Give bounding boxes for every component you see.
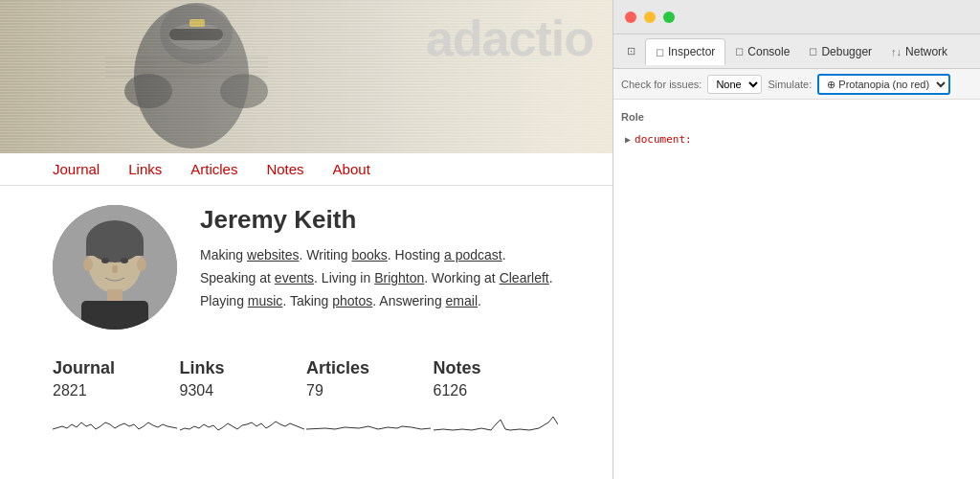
stat-articles-sparkline (306, 405, 431, 434)
nav-notes[interactable]: Notes (266, 161, 303, 177)
devtools-tabs: ⊡ ◻ Inspector ◻ Console ◻ Debugger ↑↓ Ne… (613, 34, 980, 69)
stat-notes-label: Notes (434, 358, 561, 378)
bio-text-4: . (502, 247, 506, 262)
simulate-select[interactable]: ⊕ Protanopia (no red) (817, 74, 950, 95)
nav-articles[interactable]: Articles (190, 161, 237, 177)
tab-console[interactable]: ◻ Console (725, 39, 799, 64)
bio-text-1: Making (200, 247, 247, 262)
website-area: adactio Journal Links Articles Notes Abo… (0, 0, 612, 479)
tab-inspector[interactable]: ◻ Inspector (645, 38, 725, 65)
bio-link-websites[interactable]: websites (247, 247, 299, 262)
tab-debugger-label: Debugger (821, 45, 872, 58)
bio-text-2: . Writing (300, 247, 352, 262)
site-header: adactio (0, 0, 612, 153)
picker-icon: ⊡ (627, 45, 635, 57)
traffic-light-maximize[interactable] (663, 11, 675, 23)
tab-inspector-label: Inspector (668, 45, 715, 58)
bio-link-brighton[interactable]: Brighton (374, 270, 424, 285)
bio-link-events[interactable]: events (275, 270, 314, 285)
stat-articles-count: 79 (306, 382, 434, 399)
bio-text-7: . Working at (424, 270, 499, 285)
bio-link-photos[interactable]: photos (332, 293, 372, 308)
tree-row-document[interactable]: ▶ document: (621, 130, 972, 148)
stat-articles: Articles 79 (306, 358, 434, 438)
nav-links[interactable]: Links (128, 161, 162, 177)
svg-rect-22 (81, 301, 148, 330)
avatar-image (53, 205, 177, 330)
profile-section: Jeremy Keith Making websites. Writing bo… (0, 186, 612, 349)
svg-point-24 (137, 258, 146, 271)
bio-link-music[interactable]: music (248, 293, 283, 308)
tree-arrow: ▶ (625, 134, 631, 145)
traffic-light-close[interactable] (625, 11, 636, 23)
bio-link-podcast[interactable]: a podcast (444, 247, 502, 262)
tab-network[interactable]: ↑↓ Network (881, 39, 957, 64)
tree-document-tag: document: (635, 133, 692, 146)
devtools-body: Role ▶ document: (613, 100, 980, 479)
stat-notes-sparkline (434, 405, 558, 434)
stat-journal-sparkline (53, 405, 177, 434)
simulate-label: Simulate: (768, 79, 812, 90)
stats-section: Journal 2821 Links 9304 Articles 79 Note… (0, 349, 612, 438)
stat-links: Links 9304 (180, 358, 307, 438)
network-icon: ↑↓ (891, 46, 902, 57)
role-label: Role (621, 107, 972, 126)
profile-content: Jeremy Keith Making websites. Writing bo… (200, 205, 560, 312)
nav-journal[interactable]: Journal (53, 161, 100, 177)
profile-name: Jeremy Keith (200, 205, 560, 235)
svg-rect-17 (86, 241, 144, 256)
tab-picker[interactable]: ⊡ (617, 39, 645, 63)
svg-point-18 (101, 258, 109, 263)
stat-articles-label: Articles (306, 358, 434, 378)
banner-image: adactio (0, 0, 612, 153)
bio-link-books[interactable]: books (351, 247, 387, 262)
bio-text-5: Speaking at (200, 270, 275, 285)
stat-notes-count: 6126 (434, 382, 561, 399)
tab-console-label: Console (747, 45, 790, 58)
profile-bio: Making websites. Writing books. Hosting … (200, 244, 560, 312)
console-icon: ◻ (735, 45, 744, 57)
stat-journal: Journal 2821 (53, 358, 180, 438)
avatar (53, 205, 177, 330)
bio-link-email[interactable]: email (446, 293, 478, 308)
devtools-panel: ⊡ ◻ Inspector ◻ Console ◻ Debugger ↑↓ Ne… (612, 0, 980, 479)
stat-links-count: 9304 (180, 382, 307, 399)
stat-links-label: Links (180, 358, 307, 378)
bio-text-6: . Living in (314, 270, 374, 285)
svg-point-20 (112, 265, 118, 273)
tab-network-label: Network (905, 45, 947, 58)
bio-text-12: . (478, 293, 481, 308)
devtools-titlebar (613, 0, 980, 34)
devtools-toolbar: Check for issues: None Simulate: ⊕ Prota… (613, 69, 980, 100)
site-title: adactio (426, 10, 593, 67)
stat-journal-count: 2821 (53, 382, 180, 399)
debugger-icon: ◻ (809, 45, 817, 57)
stat-notes: Notes 6126 (434, 358, 561, 438)
bio-text-11: . Answering (372, 293, 445, 308)
check-issues-select[interactable]: None (707, 75, 762, 94)
inspector-icon: ◻ (656, 46, 664, 58)
bio-text-10: . Taking (282, 293, 332, 308)
nav-about[interactable]: About (333, 161, 370, 177)
bio-link-clearleft[interactable]: Clearleft (500, 270, 549, 285)
stat-links-sparkline (180, 405, 304, 434)
traffic-light-minimize[interactable] (644, 11, 656, 23)
bio-text-9: Playing (200, 293, 248, 308)
check-issues-label: Check for issues: (621, 79, 702, 90)
tab-debugger[interactable]: ◻ Debugger (799, 39, 881, 64)
stat-journal-label: Journal (53, 358, 180, 378)
bio-text-3: . Hosting (388, 247, 444, 262)
site-nav: Journal Links Articles Notes About (0, 153, 612, 186)
bio-text-8: . (549, 270, 553, 285)
svg-point-19 (121, 258, 128, 263)
svg-point-23 (83, 258, 93, 271)
